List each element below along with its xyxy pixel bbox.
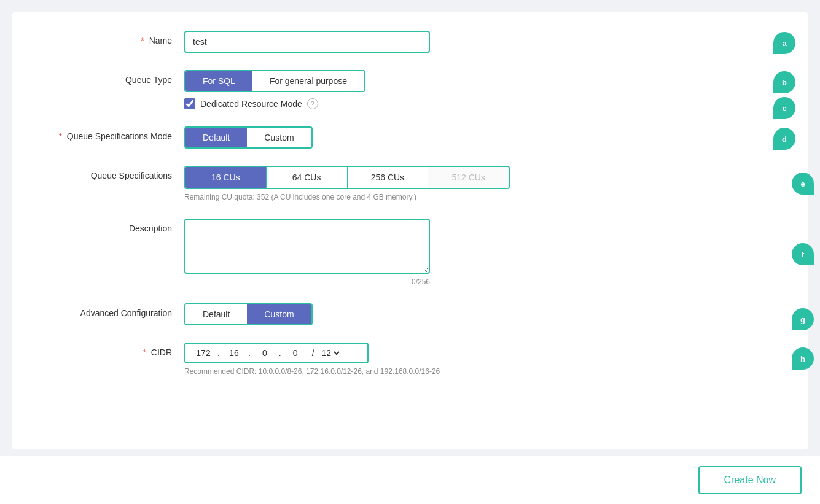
badge-g: g [792, 308, 814, 330]
cu-512-btn[interactable]: 512 CUs [428, 167, 509, 188]
dedicated-resource-row: Dedicated Resource Mode ? [184, 98, 528, 109]
dedicated-resource-label: Dedicated Resource Mode [200, 99, 302, 109]
queue-spec-mode-col: Default Custom [184, 126, 528, 149]
queue-type-row: Queue Type For SQL For general purpose D… [37, 70, 783, 109]
cu-hint: Remaining CU quota: 352 (A CU includes o… [184, 193, 528, 201]
queue-type-toggle: For SQL For general purpose [184, 70, 365, 92]
queue-specs-row: Queue Specifications 16 CUs 64 CUs 256 C… [37, 166, 783, 201]
create-now-button[interactable]: Create Now [698, 466, 802, 494]
cidr-hint: Recommended CIDR: 10.0.0.0/8-26, 172.16.… [184, 367, 528, 376]
cidr-octet2[interactable] [222, 348, 246, 358]
queue-specs-col: 16 CUs 64 CUs 256 CUs 512 CUs Remaining … [184, 166, 528, 201]
badge-a: a [773, 32, 795, 54]
advanced-custom-btn[interactable]: Custom [247, 304, 311, 324]
queue-type-sql-btn[interactable]: For SQL [185, 71, 252, 91]
name-input-col [184, 31, 528, 53]
description-textarea[interactable] [184, 219, 430, 274]
badge-d: d [773, 128, 795, 150]
cu-256-btn[interactable]: 256 CUs [348, 167, 429, 188]
queue-type-general-btn[interactable]: For general purpose [252, 71, 364, 91]
cu-16-btn[interactable]: 16 CUs [185, 167, 267, 188]
advanced-config-label: Advanced Configuration [37, 303, 184, 318]
queue-spec-custom-btn[interactable]: Custom [247, 128, 311, 147]
queue-spec-mode-toggle: Default Custom [184, 126, 313, 149]
cidr-label: * CIDR [37, 343, 184, 357]
advanced-config-row: Advanced Configuration Default Custom g [37, 303, 783, 325]
queue-specs-label: Queue Specifications [37, 166, 184, 180]
name-input[interactable] [184, 31, 430, 53]
cidr-prefix-select[interactable]: 12 8 16 24 26 [319, 347, 342, 359]
badge-e: e [792, 173, 814, 195]
cidr-row: * CIDR . . . / 12 8 16 24 26 [37, 343, 783, 376]
dedicated-resource-checkbox[interactable] [184, 98, 195, 109]
name-row: * Name a [37, 31, 783, 53]
cu-64-btn[interactable]: 64 CUs [267, 167, 348, 188]
advanced-default-btn[interactable]: Default [185, 304, 247, 324]
badge-b: b [773, 71, 795, 93]
badge-h: h [792, 347, 814, 370]
queue-type-label: Queue Type [37, 70, 184, 85]
queue-type-col: For SQL For general purpose Dedicated Re… [184, 70, 528, 109]
queue-spec-mode-label: * Queue Specifications Mode [37, 126, 184, 141]
cidr-octet4[interactable] [284, 348, 307, 358]
description-col: 0/256 [184, 219, 528, 286]
cidr-input-group: . . . / 12 8 16 24 26 [184, 343, 369, 363]
footer-bar: Create Now [0, 456, 820, 504]
queue-spec-default-btn[interactable]: Default [185, 128, 247, 147]
advanced-config-col: Default Custom [184, 303, 528, 325]
description-row: Description 0/256 f [37, 219, 783, 286]
cidr-octet3[interactable] [253, 348, 276, 358]
cidr-col: . . . / 12 8 16 24 26 Recommended CIDR: … [184, 343, 528, 376]
cidr-octet1[interactable] [192, 348, 215, 358]
queue-spec-mode-row: * Queue Specifications Mode Default Cust… [37, 126, 783, 149]
badge-f: f [792, 243, 814, 265]
dedicated-resource-help-icon[interactable]: ? [307, 98, 318, 109]
description-label: Description [37, 219, 184, 233]
cu-options-group: 16 CUs 64 CUs 256 CUs 512 CUs [184, 166, 510, 189]
char-count: 0/256 [184, 277, 430, 286]
badge-c: c [773, 97, 795, 119]
advanced-config-toggle: Default Custom [184, 303, 313, 325]
name-label: * Name [37, 31, 184, 45]
